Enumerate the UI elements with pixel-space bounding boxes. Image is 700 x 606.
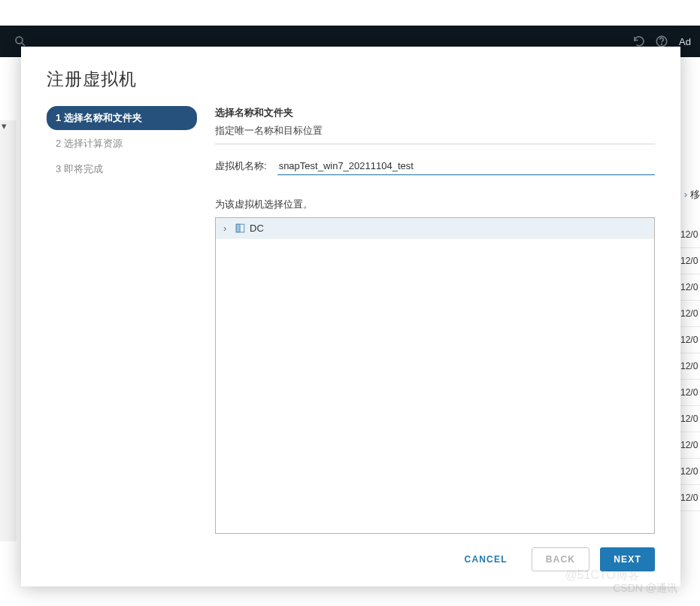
modal-body: 1 选择名称和文件夹 2 选择计算资源 3 即将完成 选择名称和文件夹 指定唯一… [47,106,655,534]
bg-sidebar [0,120,17,541]
location-label: 为该虚拟机选择位置。 [215,198,655,211]
svg-rect-5 [236,224,240,232]
back-button[interactable]: BACK [532,547,589,571]
cancel-button[interactable]: CANCEL [451,547,521,571]
next-button[interactable]: NEXT [600,547,655,571]
step-label: 选择名称和文件夹 [64,112,142,123]
chevron-right-icon[interactable]: › [223,223,231,234]
bg-sidebar-chevron-icon: ▾ [2,120,7,132]
wizard-steps: 1 选择名称和文件夹 2 选择计算资源 3 即将完成 [47,106,197,534]
step-2[interactable]: 2 选择计算资源 [47,132,197,156]
step-num: 2 [56,138,61,149]
vm-name-label: 虚拟机名称: [215,159,267,173]
modal-title: 注册虚拟机 [47,68,655,91]
wizard-content: 选择名称和文件夹 指定唯一名称和目标位置 虚拟机名称: 为该虚拟机选择位置。 ›… [215,106,655,534]
datacenter-icon [235,223,245,233]
step-num: 3 [56,163,61,174]
step-label: 即将完成 [64,163,103,174]
step-3[interactable]: 3 即将完成 [47,157,197,181]
vm-name-input[interactable] [277,158,655,175]
svg-point-3 [662,44,662,44]
section-subtitle: 指定唯一名称和目标位置 [215,124,655,144]
modal-footer: CANCEL BACK NEXT [47,534,655,571]
tree-item-dc[interactable]: › DC [216,218,654,239]
bg-move-label: 移 [684,188,700,201]
admin-label[interactable]: Ad [679,36,691,47]
svg-point-0 [16,37,23,44]
section-title: 选择名称和文件夹 [215,106,655,120]
step-1[interactable]: 1 选择名称和文件夹 [47,106,197,130]
step-num: 1 [56,112,61,123]
vm-name-row: 虚拟机名称: [215,158,655,175]
location-tree[interactable]: › DC [215,217,655,534]
tree-item-label: DC [250,223,264,234]
step-label: 选择计算资源 [64,138,123,149]
svg-line-1 [22,43,25,46]
register-vm-modal: 注册虚拟机 1 选择名称和文件夹 2 选择计算资源 3 即将完成 选择名称和文件… [21,47,680,586]
